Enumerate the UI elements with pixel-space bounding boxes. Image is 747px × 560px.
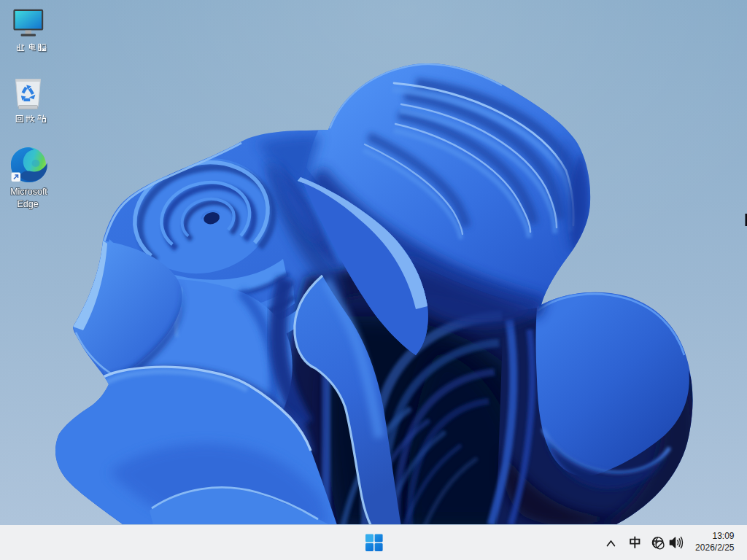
svg-text:Microsoft: Microsoft bbox=[10, 187, 47, 197]
svg-text:Edge: Edge bbox=[17, 199, 38, 209]
